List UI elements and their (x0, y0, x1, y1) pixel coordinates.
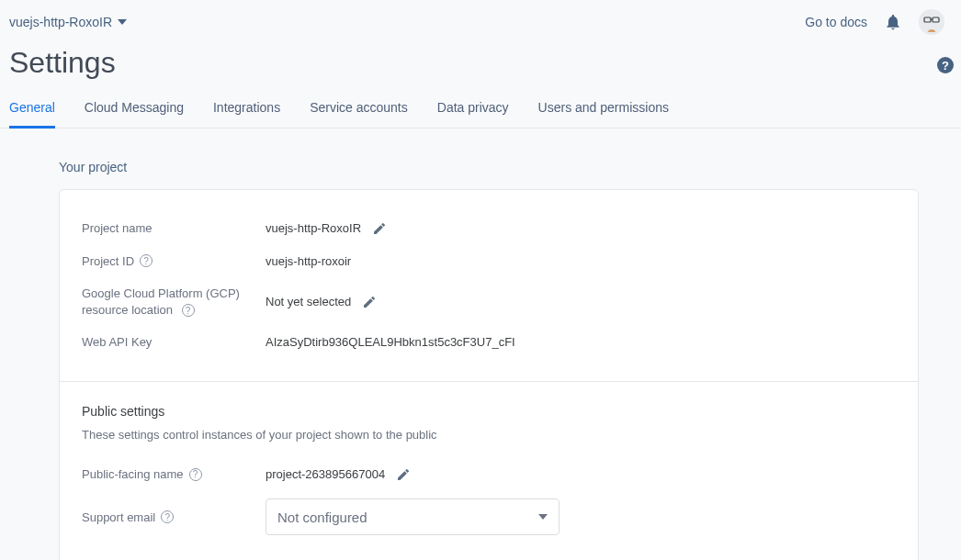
go-to-docs-link[interactable]: Go to docs (805, 15, 867, 29)
web-api-key-value: AIzaSyDtirb936QLEAL9Hbkn1st5c3cF3U7_cFI (266, 335, 515, 349)
tab-general[interactable]: General (9, 91, 55, 129)
tab-cloud-messaging[interactable]: Cloud Messaging (85, 91, 184, 129)
tab-integrations[interactable]: Integrations (213, 91, 280, 129)
project-name-label: Project name (82, 220, 266, 237)
support-email-value: Not configured (277, 510, 367, 525)
edit-gcp-location-icon[interactable] (362, 295, 377, 309)
project-selector[interactable]: vuejs-http-RoxoIR (9, 15, 127, 29)
your-project-header: Your project (59, 160, 917, 174)
project-card: Project name vuejs-http-RoxoIR Project I… (59, 189, 919, 560)
public-settings-header: Public settings (82, 404, 896, 419)
support-email-select[interactable]: Not configured (266, 498, 560, 535)
tab-service-accounts[interactable]: Service accounts (310, 91, 408, 129)
tabs: General Cloud Messaging Integrations Ser… (0, 91, 961, 129)
public-facing-name-help-icon[interactable]: ? (189, 468, 202, 481)
row-project-name: Project name vuejs-http-RoxoIR (82, 212, 896, 245)
project-selector-label: vuejs-http-RoxoIR (9, 15, 112, 29)
row-web-api-key: Web API Key AIzaSyDtirb936QLEAL9Hbkn1st5… (82, 326, 896, 359)
support-email-help-icon[interactable]: ? (161, 510, 174, 523)
project-id-help-icon[interactable]: ? (140, 254, 153, 267)
support-email-label: Support email (82, 510, 155, 526)
row-project-id: Project ID ? vuejs-http-roxoir (82, 245, 896, 278)
avatar[interactable] (919, 9, 944, 35)
tab-users-permissions[interactable]: Users and permissions (538, 91, 669, 129)
public-facing-name-label: Public-facing name (82, 466, 184, 483)
avatar-face-icon (919, 9, 944, 35)
project-id-value: vuejs-http-roxoir (266, 254, 351, 268)
gcp-location-label-line2: resource location (82, 303, 173, 317)
public-settings-description: These settings control instances of your… (82, 428, 896, 442)
web-api-key-label: Web API Key (82, 334, 266, 351)
row-support-email: Support email ? Not configured (82, 490, 896, 543)
tab-data-privacy[interactable]: Data privacy (437, 91, 509, 129)
chevron-down-icon (538, 514, 548, 520)
edit-public-facing-name-icon[interactable] (396, 467, 411, 482)
row-gcp-location: Google Cloud Platform (GCP) resource loc… (82, 277, 896, 326)
public-facing-name-value: project-263895667004 (266, 467, 385, 481)
project-id-label: Project ID (82, 253, 134, 270)
help-icon[interactable]: ? (937, 57, 954, 73)
notifications-icon[interactable] (884, 13, 902, 31)
row-public-facing-name: Public-facing name ? project-26389566700… (82, 458, 896, 491)
chevron-down-icon (118, 19, 127, 25)
edit-project-name-icon[interactable] (372, 221, 387, 236)
gcp-location-help-icon[interactable]: ? (182, 304, 195, 317)
project-name-value: vuejs-http-RoxoIR (266, 221, 361, 235)
page-title: Settings (0, 40, 961, 91)
gcp-location-value: Not yet selected (266, 295, 351, 308)
gcp-location-label-line1: Google Cloud Platform (GCP) (82, 286, 240, 300)
